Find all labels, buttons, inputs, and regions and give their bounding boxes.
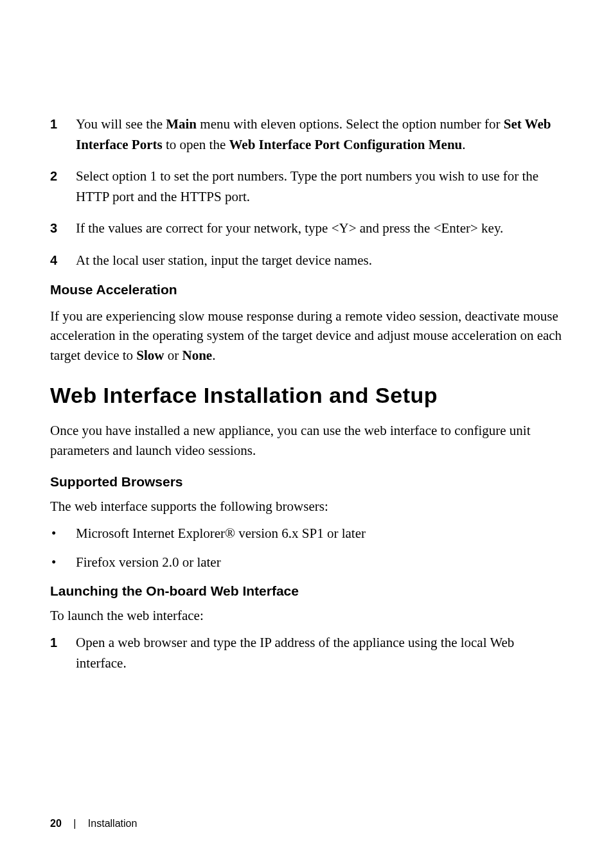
bullet-icon: • xyxy=(50,524,76,543)
bullet-icon: • xyxy=(50,553,76,572)
step-text: You will see the Main menu with eleven o… xyxy=(76,114,563,155)
step-number: 1 xyxy=(50,114,76,155)
supported-browsers-heading: Supported Browsers xyxy=(50,474,563,490)
supported-browsers-intro: The web interface supports the following… xyxy=(50,499,563,515)
launching-heading: Launching the On-board Web Interface xyxy=(50,583,563,599)
mouse-acceleration-heading: Mouse Acceleration xyxy=(50,282,563,297)
page-number: 20 xyxy=(50,818,62,829)
page-footer: 20 | Installation xyxy=(50,818,137,829)
top-steps-list: 1 You will see the Main menu with eleven… xyxy=(50,114,563,270)
step-2: 2 Select option 1 to set the port number… xyxy=(50,166,563,207)
step-text: At the local user station, input the tar… xyxy=(76,251,563,271)
browsers-list: • Microsoft Internet Explorer® version 6… xyxy=(50,524,563,572)
web-interface-heading: Web Interface Installation and Setup xyxy=(50,383,563,408)
browser-text: Microsoft Internet Explorer® version 6.x… xyxy=(76,524,563,543)
step-number: 3 xyxy=(50,218,76,239)
browser-item: • Microsoft Internet Explorer® version 6… xyxy=(50,524,563,543)
browser-text: Firefox version 2.0 or later xyxy=(76,553,563,572)
launching-intro: To launch the web interface: xyxy=(50,608,563,624)
step-text: Select option 1 to set the port numbers.… xyxy=(76,166,563,207)
mouse-acceleration-paragraph: If you are experiencing slow mouse respo… xyxy=(50,306,563,365)
step-number: 2 xyxy=(50,166,76,207)
web-interface-paragraph: Once you have installed a new appliance,… xyxy=(50,421,563,460)
step-1: 1 You will see the Main menu with eleven… xyxy=(50,114,563,155)
footer-separator: | xyxy=(73,818,76,829)
step-number: 4 xyxy=(50,251,76,271)
step-text: Open a web browser and type the IP addre… xyxy=(76,633,563,673)
step-number: 1 xyxy=(50,633,76,673)
browser-item: • Firefox version 2.0 or later xyxy=(50,553,563,572)
launch-steps-list: 1 Open a web browser and type the IP add… xyxy=(50,633,563,673)
step-3: 3 If the values are correct for your net… xyxy=(50,218,563,239)
step-text: If the values are correct for your netwo… xyxy=(76,218,563,239)
section-label: Installation xyxy=(88,818,138,829)
step-4: 4 At the local user station, input the t… xyxy=(50,251,563,271)
launch-step-1: 1 Open a web browser and type the IP add… xyxy=(50,633,563,673)
